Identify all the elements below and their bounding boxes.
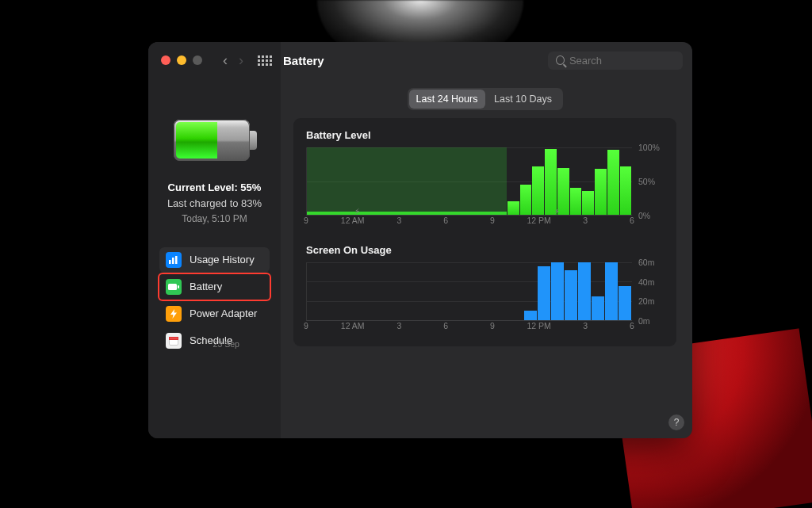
zoom-window-button[interactable]: [193, 55, 202, 65]
show-all-preferences-button[interactable]: [258, 55, 272, 66]
sidebar-item-label: Battery: [190, 281, 222, 292]
sidebar-item-label: Power Adapter: [190, 307, 257, 319]
segment-last-24-hours[interactable]: Last 24 Hours: [409, 90, 485, 109]
help-button[interactable]: ?: [668, 414, 684, 430]
nav-arrows: ‹ ›: [223, 53, 243, 67]
svg-rect-0: [169, 260, 171, 264]
screen-on-y-axis: 60m40m20m0m: [635, 262, 664, 321]
sidebar-item-usage-history[interactable]: Usage History: [159, 247, 270, 273]
screen-on-plot: [306, 262, 632, 321]
time-range-segmented-control[interactable]: Last 24 Hours Last 10 Days: [408, 88, 563, 110]
back-button[interactable]: ‹: [223, 53, 228, 67]
current-level-label: Current Level: 55%: [167, 180, 262, 196]
screen-on-chart: 60m40m20m0m 912 AM36912 PM36 23 Sep: [306, 262, 632, 338]
svg-rect-4: [178, 285, 179, 288]
sidebar-item-battery[interactable]: Battery: [159, 274, 270, 300]
forward-button[interactable]: ›: [239, 53, 243, 67]
sidebar-item-power-adapter[interactable]: Power Adapter: [159, 301, 270, 327]
sidebar-menu: Usage History Battery Power Adapter Sche…: [159, 247, 270, 353]
battery-level-title: Battery Level: [306, 129, 664, 141]
screen-on-date-label: 23 Sep: [213, 339, 492, 349]
titlebar: ‹ › Battery: [148, 42, 692, 78]
window-title: Battery: [283, 54, 324, 67]
battery-level-bars: [307, 147, 632, 215]
last-charged-label: Last charged to 83%: [167, 196, 262, 212]
search-input[interactable]: [569, 55, 675, 67]
search-icon: [556, 55, 565, 65]
chart-icon: [166, 252, 182, 268]
battery-preferences-window: ‹ › Battery Current Level: 55% Last char…: [148, 42, 692, 438]
screen-on-bars: [307, 262, 632, 320]
last-charged-time: Today, 5:10 PM: [167, 212, 262, 227]
battery-level-x-axis: 912 AM36912 PM36: [306, 216, 632, 233]
minimize-window-button[interactable]: [177, 55, 186, 65]
segment-last-10-days[interactable]: Last 10 Days: [485, 90, 561, 109]
bolt-icon: [166, 306, 182, 322]
screen-on-x-axis: 912 AM36912 PM36: [306, 321, 632, 338]
calendar-icon: [166, 333, 182, 349]
sidebar-item-label: Usage History: [190, 254, 255, 265]
battery-illustration: [174, 120, 256, 161]
screen-on-title: Screen On Usage: [306, 244, 664, 256]
close-window-button[interactable]: [161, 55, 170, 65]
charts-panel: Battery Level ⚡︎⚡︎ 100%50%0% 912 AM36912…: [293, 118, 676, 346]
sidebar: Current Level: 55% Last charged to 83% T…: [148, 42, 281, 438]
svg-rect-1: [172, 258, 174, 264]
battery-status-text: Current Level: 55% Last charged to 83% T…: [167, 180, 262, 227]
svg-rect-2: [175, 256, 178, 264]
main-content: Last 24 Hours Last 10 Days Battery Level…: [281, 42, 692, 438]
window-controls: [161, 55, 202, 65]
svg-rect-3: [168, 284, 177, 290]
battery-level-y-axis: 100%50%0%: [635, 147, 664, 216]
search-field[interactable]: [548, 52, 683, 70]
battery-level-plot: ⚡︎⚡︎: [306, 147, 632, 216]
battery-level-chart: ⚡︎⚡︎ 100%50%0% 912 AM36912 PM36: [306, 147, 632, 233]
svg-rect-6: [170, 337, 178, 339]
battery-icon: [166, 279, 182, 295]
